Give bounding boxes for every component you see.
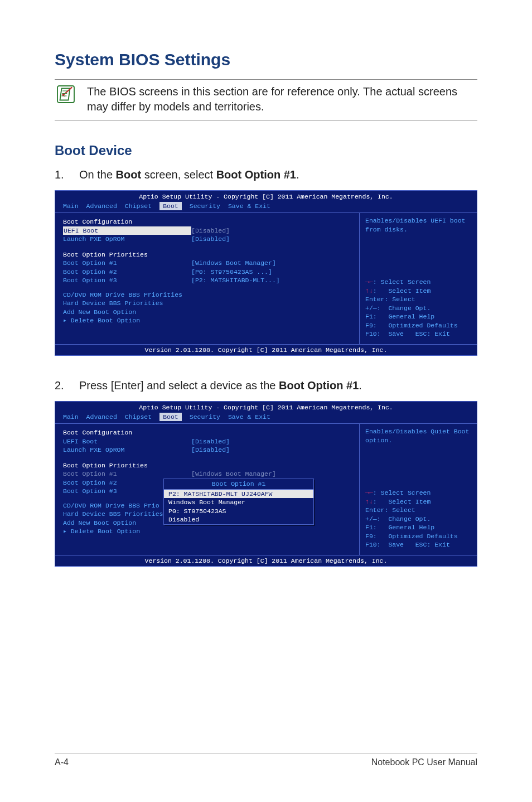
cd-dvd-bbs[interactable]: CD/DVD ROM Drive BBS Priorities — [63, 291, 354, 299]
bios-left-pane: Boot Configuration UEFI Boot [Disabled] … — [55, 424, 360, 555]
bios-footer: Version 2.01.1208. Copyright [C] 2011 Am… — [55, 344, 477, 356]
bios-tab-security[interactable]: Security — [190, 413, 220, 422]
boot-option-1-value: [Windows Boot Manager] — [191, 470, 276, 479]
hard-device-bbs[interactable]: Hard Device BBS Priorities — [63, 299, 354, 308]
boot-option-3[interactable]: Boot Option #3 — [63, 276, 191, 285]
boot-option-1[interactable]: Boot Option #1 — [63, 259, 191, 268]
popup-option-3[interactable]: Disabled — [164, 515, 313, 524]
step-body: Press [Enter] and select a device as the… — [79, 378, 362, 393]
popup-title: Boot Option #1 — [164, 479, 313, 490]
bios-tab-saveexit[interactable]: Save & Exit — [228, 202, 270, 211]
popup-option-1[interactable]: Windows Boot Manager — [164, 498, 313, 507]
delete-boot-option[interactable]: Delete Boot Option — [63, 316, 354, 325]
launch-pxe-value: [Disabled] — [191, 446, 230, 455]
boot-priorities-heading: Boot Option Priorities — [63, 250, 354, 259]
boot-option-3-value: [P2: MATSHITABD-MLT...] — [191, 276, 280, 285]
bios-header: Aptio Setup Utility - Copyright [C] 2011… — [55, 402, 477, 413]
bios-footer: Version 2.01.1208. Copyright [C] 2011 Am… — [55, 555, 477, 567]
section-subtitle: Boot Device — [55, 143, 477, 158]
boot-config-heading: Boot Configuration — [63, 428, 354, 437]
delete-boot-option[interactable]: Delete Boot Option — [63, 527, 354, 536]
boot-option-2[interactable]: Boot Option #2 — [63, 268, 191, 277]
bios-tab-chipset[interactable]: Chipset — [125, 202, 152, 211]
bios-key-hints: →←: Select Screen ↑↓: Select Item Enter:… — [365, 489, 472, 549]
page-title: System BIOS Settings — [55, 50, 477, 69]
boot-priorities-heading: Boot Option Priorities — [63, 461, 354, 470]
launch-pxe-value: [Disabled] — [191, 235, 230, 244]
note-icon — [55, 84, 77, 104]
bios-key-hints: →←: Select Screen ↑↓: Select Item Enter:… — [365, 278, 472, 339]
popup-option-0[interactable]: P2: MATSHITABD-MLT UJ240AFW — [164, 490, 313, 499]
bios-right-pane: Enables/Disables Quiet Boot option. →←: … — [360, 424, 477, 555]
footer-left: A-4 — [55, 757, 69, 767]
bios-tab-saveexit[interactable]: Save & Exit — [228, 413, 270, 422]
step-2: 2. Press [Enter] and select a device as … — [55, 378, 477, 393]
bios-tab-boot[interactable]: Boot — [159, 202, 182, 211]
bios-help-text: Enables/Disables UEFI boot from disks. — [365, 216, 472, 278]
bios-screenshot-2: Aptio Setup Utility - Copyright [C] 2011… — [55, 401, 477, 567]
bios-tab-security[interactable]: Security — [190, 202, 220, 211]
launch-pxe-row[interactable]: Launch PXE OpROM — [63, 446, 191, 455]
bios-tab-main[interactable]: Main — [63, 413, 79, 422]
uefi-boot-value: [Disabled] — [191, 226, 230, 235]
uefi-boot-value: [Disabled] — [191, 437, 230, 446]
bios-tab-boot[interactable]: Boot — [159, 413, 182, 422]
step-1: 1. On the Boot screen, select Boot Optio… — [55, 167, 477, 182]
bios-left-pane: Boot Configuration UEFI Boot [Disabled] … — [55, 213, 360, 344]
bios-tab-main[interactable]: Main — [63, 202, 79, 211]
page-footer: A-4 Notebook PC User Manual — [55, 753, 477, 767]
bios-right-pane: Enables/Disables UEFI boot from disks. →… — [360, 213, 477, 344]
boot-option-popup: Boot Option #1 P2: MATSHITABD-MLT UJ240A… — [163, 479, 314, 525]
bios-tab-advanced[interactable]: Advanced — [86, 413, 117, 422]
note-text: The BIOS screens in this section are for… — [87, 84, 477, 114]
uefi-boot-row[interactable]: UEFI Boot — [63, 226, 191, 235]
step-number: 1. — [55, 167, 66, 182]
step-body: On the Boot screen, select Boot Option #… — [79, 167, 299, 182]
popup-option-2[interactable]: P0: ST9750423AS — [164, 507, 313, 516]
step-number: 2. — [55, 378, 66, 393]
boot-config-heading: Boot Configuration — [63, 218, 354, 226]
bios-tab-advanced[interactable]: Advanced — [86, 202, 117, 211]
add-boot-option[interactable]: Add New Boot Option — [63, 308, 354, 317]
bios-screenshot-1: Aptio Setup Utility - Copyright [C] 2011… — [55, 190, 477, 356]
bios-help-text: Enables/Disables Quiet Boot option. — [365, 427, 472, 489]
boot-option-2-value: [P0: ST9750423AS ...] — [191, 268, 272, 277]
bios-header: Aptio Setup Utility - Copyright [C] 2011… — [55, 191, 477, 202]
bios-tabs: Main Advanced Chipset Boot Security Save… — [55, 413, 477, 424]
footer-right: Notebook PC User Manual — [371, 757, 477, 767]
boot-option-1-value: [Windows Boot Manager] — [191, 259, 276, 268]
launch-pxe-row[interactable]: Launch PXE OpROM — [63, 235, 191, 244]
bios-tabs: Main Advanced Chipset Boot Security Save… — [55, 202, 477, 213]
note-block: The BIOS screens in this section are for… — [55, 79, 477, 120]
uefi-boot-row[interactable]: UEFI Boot — [63, 437, 191, 446]
bios-tab-chipset[interactable]: Chipset — [125, 413, 152, 422]
boot-option-1[interactable]: Boot Option #1 — [63, 470, 191, 479]
